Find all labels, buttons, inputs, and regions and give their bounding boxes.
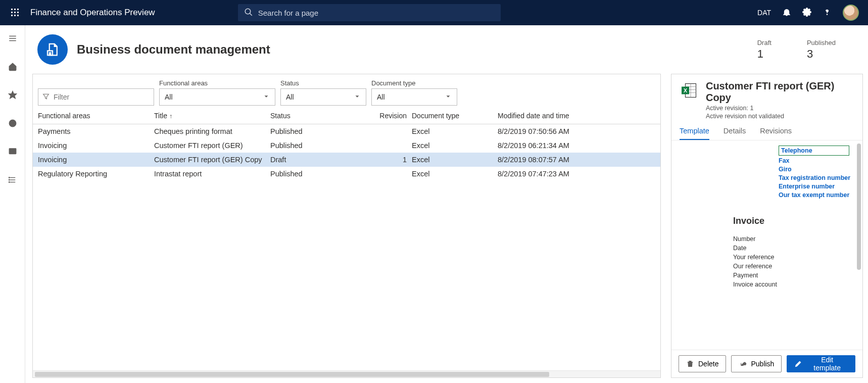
col-revision[interactable]: Revision [376,112,412,120]
preview-field: Our reference [733,263,853,270]
preview-field: Number [733,235,853,243]
kpi-label: Published [807,39,836,46]
kpi-group: Draft 1 Published 3 [757,39,856,61]
cell-date: 8/2/2019 06:21:34 AM [498,141,655,150]
table-row[interactable]: PaymentsCheques printing formatPublished… [33,124,660,138]
side-title: Customer FTI report (GER) Copy [706,80,854,104]
cell-doc: Excel [412,127,498,135]
kpi-label: Draft [757,39,771,46]
side-tabs: Template Details Revisions [671,123,862,140]
delete-button[interactable]: Delete [679,355,726,372]
app-launcher-icon[interactable] [5,9,25,17]
col-document-type[interactable]: Document type [412,112,498,120]
tab-details[interactable]: Details [724,127,746,140]
preview-field: Invoice account [733,281,853,288]
svg-rect-5 [17,12,19,13]
svg-point-12 [827,14,827,14]
tab-revisions[interactable]: Revisions [760,127,792,140]
cell-fa: Invoicing [38,156,154,164]
svg-rect-2 [17,9,19,10]
kpi-value: 1 [757,47,771,61]
side-footer: Delete Publish Edit template [671,350,862,377]
invoice-heading: Invoice [733,216,853,226]
svg-rect-15 [9,40,16,41]
selected-cell[interactable]: Telephone [779,146,849,156]
tab-template[interactable]: Template [680,127,709,140]
cell-doc: Excel [412,141,498,150]
preview-link: Fax [779,157,853,164]
svg-point-23 [9,177,10,178]
link-list: FaxGiroTax registration numberEnterprise… [779,157,853,199]
excel-icon: X [680,80,699,101]
cell-revision [376,170,412,178]
svg-rect-3 [11,12,13,13]
brand-title: Finance and Operations Preview [30,8,155,18]
svg-rect-0 [11,9,13,10]
nav-workspace-icon[interactable] [5,143,21,160]
dd-functional-areas[interactable]: All [159,88,275,106]
preview-field: Your reference [733,254,853,261]
col-status[interactable]: Status [270,112,376,120]
vertical-scrollbar[interactable] [857,143,861,270]
cell-status: Published [270,170,376,178]
svg-point-24 [9,179,10,180]
kpi-published[interactable]: Published 3 [807,39,836,61]
horizontal-scrollbar[interactable] [33,370,660,377]
col-modified[interactable]: Modified date and time [498,112,655,120]
chevron-down-icon [354,93,361,102]
kpi-draft[interactable]: Draft 1 [757,39,771,61]
cell-fa: Invoicing [38,141,154,150]
publish-button[interactable]: Publish [731,355,782,372]
top-bar: Finance and Operations Preview DAT [0,0,868,25]
col-title[interactable]: Title↑ [154,112,270,120]
preview-link: Giro [779,166,853,173]
svg-rect-7 [14,15,16,16]
search-input[interactable] [238,4,501,21]
nav-home-icon[interactable] [5,59,21,75]
avatar[interactable] [843,5,859,21]
search-icon [244,8,253,18]
dd-status[interactable]: All [280,88,366,106]
page-icon [37,34,68,65]
cell-revision [376,127,412,135]
svg-point-25 [9,182,10,183]
table-row[interactable]: InvoicingCustomer FTI report (GER)Publis… [33,138,660,153]
cell-date: 8/2/2019 07:47:23 AM [498,170,655,178]
field-list: NumberDateYour referenceOur referencePay… [733,235,853,288]
nav-modules-icon[interactable] [5,172,21,188]
chevron-down-icon [445,93,452,102]
dd-label-functional-areas: Functional areas [159,79,275,87]
dd-document-type[interactable]: All [371,88,457,106]
nav-recent-icon[interactable] [5,115,21,131]
svg-rect-13 [9,36,16,37]
cell-title: Customer FTI report (GER) Copy [154,156,270,164]
gear-icon[interactable] [802,8,811,18]
nav-favorite-icon[interactable] [5,87,21,103]
cell-status: Published [270,141,376,150]
grid-panel: Functional areas All Status All [32,74,661,378]
template-preview: Telephone FaxGiroTax registration number… [671,140,862,350]
top-right: DAT [757,5,863,21]
edit-template-button[interactable]: Edit template [787,355,855,372]
dd-label-doc-type: Document type [371,79,457,87]
col-functional-areas[interactable]: Functional areas [38,112,154,120]
filter-input[interactable] [38,88,154,106]
nav-rail [0,25,25,383]
nav-hamburger-icon[interactable] [5,30,21,46]
grid-body: PaymentsCheques printing formatPublished… [33,124,660,370]
preview-link: Our tax exempt number [779,192,853,199]
preview-field: Date [733,245,853,252]
search-container [238,4,501,21]
svg-rect-14 [9,38,16,39]
svg-rect-4 [14,12,16,13]
cell-doc: Excel [412,156,498,164]
svg-rect-6 [11,15,13,16]
cell-fa: Regulatory Reporting [38,170,154,178]
svg-point-9 [245,9,251,14]
table-row[interactable]: Regulatory ReportingIntrastat reportPubl… [33,167,660,181]
svg-rect-8 [17,15,19,16]
company-label[interactable]: DAT [757,9,771,17]
table-row[interactable]: InvoicingCustomer FTI report (GER) CopyD… [33,153,660,167]
notification-icon[interactable] [782,8,791,18]
help-icon[interactable] [823,8,832,18]
